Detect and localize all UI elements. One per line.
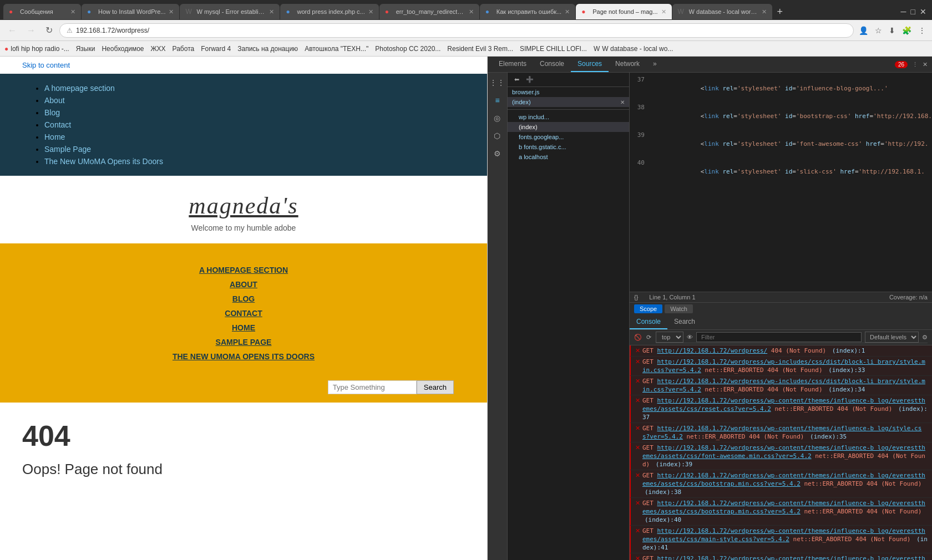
extensions-icon[interactable]: 🧩 (900, 25, 913, 36)
devtools-sidebar-icon-3[interactable]: ◎ (492, 113, 503, 124)
bookmark-3[interactable]: Необходимое (102, 45, 144, 53)
bookmark-9[interactable]: Photoshop CC 2020... (375, 45, 440, 53)
file-sub-5[interactable]: a localhost (508, 152, 629, 162)
tab-close-7[interactable]: ✕ (661, 8, 666, 16)
file-ref-2[interactable]: (index):33 (828, 366, 865, 374)
bookmark-8[interactable]: Автошкола "ТЕХН..." (305, 45, 368, 53)
forward-button[interactable]: → (23, 24, 39, 37)
tab-close-2[interactable]: ✕ (169, 8, 174, 16)
tab-8[interactable]: W W database - local wordp... ✕ (672, 4, 772, 19)
yellow-nav-link-4[interactable]: CONTACT (225, 309, 262, 318)
close-window-icon[interactable]: ✕ (920, 7, 926, 16)
error-url-1[interactable]: http://192.168.1.72/wordpress/ (657, 347, 767, 354)
yellow-nav-link-2[interactable]: ABOUT (230, 280, 257, 289)
sources-code-area[interactable]: 37 <link rel='stylesheet' id='influence-… (630, 73, 932, 292)
error-url-10[interactable]: http://192.168.1.72/wordpress/wp-content… (642, 555, 925, 560)
download-icon[interactable]: ⬇ (887, 25, 897, 36)
default-levels-dropdown[interactable]: Default levels (865, 332, 919, 343)
console-settings-icon[interactable]: ⚙ (922, 334, 928, 341)
file-browser-js[interactable]: browser.js (508, 87, 629, 97)
bookmark-11[interactable]: SIMPLE CHILL LOFI... (520, 45, 587, 53)
tab-4[interactable]: ● word press index.php c... ✕ (280, 4, 378, 19)
back-button[interactable]: ← (4, 24, 20, 37)
file-sub-3[interactable]: fonts.googleap... (508, 132, 629, 142)
tab-close-3[interactable]: ✕ (269, 8, 274, 16)
profile-icon[interactable]: 👤 (857, 25, 870, 36)
yellow-nav-link-1[interactable]: A HOMEPAGE SECTION (199, 266, 288, 274)
devtools-left-btn-1[interactable]: ⬅ (512, 75, 521, 84)
nav-link-1[interactable]: A homepage section (44, 84, 115, 93)
error-url-9[interactable]: http://192.168.1.72/wordpress/wp-content… (642, 527, 925, 543)
bookmark-10[interactable]: Resident Evil 3 Rem... (447, 45, 513, 53)
file-sub-4[interactable]: b fonts.gstatic.c... (508, 142, 629, 152)
tab-close-6[interactable]: ✕ (565, 8, 570, 16)
console-filter-input[interactable] (696, 332, 862, 342)
yellow-nav-link-3[interactable]: BLOG (232, 294, 255, 303)
yellow-nav-link-5[interactable]: HOME (232, 323, 255, 332)
tab-close-5[interactable]: ✕ (469, 8, 474, 16)
error-url-4[interactable]: http://192.168.1.72/wordpress/wp-content… (642, 397, 925, 413)
devtools-sidebar-icon-2[interactable]: ≡ (492, 95, 503, 106)
bookmark-5[interactable]: Работа (173, 45, 195, 53)
nav-link-4[interactable]: Contact (44, 120, 71, 129)
devtools-sidebar-icon-1[interactable]: ⋮⋮ (492, 77, 503, 88)
error-url-2[interactable]: http://192.168.1.72/wordpress/wp-include… (642, 358, 925, 374)
skip-to-content-link[interactable]: Skip to content (0, 57, 487, 74)
maximize-icon[interactable]: □ (911, 7, 915, 16)
file-sub-1[interactable]: wp includ... (508, 112, 629, 122)
file-ref-6[interactable]: (index):39 (656, 461, 692, 468)
context-dropdown[interactable]: top (656, 332, 683, 343)
bookmark-7[interactable]: Запись на донацию (237, 45, 298, 53)
devtools-sidebar-icon-5[interactable]: ⚙ (492, 148, 503, 159)
watch-button[interactable]: Watch (665, 304, 693, 313)
error-url-7[interactable]: http://192.168.1.72/wordpress/wp-content… (642, 472, 925, 487)
file-ref-5[interactable]: (index):35 (810, 433, 847, 440)
minimize-icon[interactable]: ─ (901, 7, 906, 16)
error-url-3[interactable]: http://192.168.1.72/wordpress/wp-include… (642, 378, 925, 393)
bookmark-12[interactable]: W W database - local wo... (594, 45, 673, 53)
bookmark-1[interactable]: ● lofi hip hop radio -... (4, 45, 69, 53)
refresh-button[interactable]: ↻ (42, 24, 56, 37)
search-input[interactable] (328, 380, 417, 394)
nav-link-3[interactable]: Blog (44, 108, 60, 117)
file-sub-2[interactable]: (index) (508, 122, 629, 132)
file-ref-3[interactable]: (index):34 (828, 386, 865, 393)
new-tab-button[interactable]: + (773, 6, 788, 18)
tab-1[interactable]: ● Сообщения ✕ (3, 4, 81, 19)
star-icon[interactable]: ☆ (873, 25, 884, 36)
file-close-icon[interactable]: ✕ (620, 99, 625, 105)
file-ref-8[interactable]: (index):40 (645, 516, 681, 523)
console-tab-search[interactable]: Search (667, 315, 702, 329)
bookmark-4[interactable]: ЖХХ (150, 45, 165, 53)
devtools-tab-network[interactable]: Network (609, 57, 646, 72)
console-tab-console[interactable]: Console (630, 315, 667, 329)
file-ref-7[interactable]: (index):38 (645, 488, 681, 496)
tab-6[interactable]: ● Как исправить ошибк... ✕ (480, 4, 575, 19)
scope-button[interactable]: Scope (634, 304, 662, 313)
file-index[interactable]: (index) ✕ (508, 97, 629, 107)
yellow-nav-link-6[interactable]: SAMPLE PAGE (216, 338, 272, 347)
devtools-tab-sources[interactable]: Sources (571, 57, 609, 72)
yellow-nav-link-7[interactable]: THE NEW UMOMA OPENS ITS DOORS (173, 352, 315, 361)
bookmark-6[interactable]: Forward 4 (201, 45, 231, 53)
search-button[interactable]: Search (417, 380, 454, 394)
address-bar[interactable]: ⚠ 192.168.1.72/wordpress/ (59, 23, 854, 38)
nav-link-6[interactable]: Sample Page (44, 145, 91, 154)
devtools-sidebar-icon-4[interactable]: ⬡ (492, 130, 503, 141)
nav-link-2[interactable]: About (44, 96, 65, 105)
tab-5[interactable]: ● err_too_many_redirects... ✕ (379, 4, 479, 19)
tab-close-1[interactable]: ✕ (70, 8, 75, 16)
nav-link-7[interactable]: The New UMoMA Opens its Doors (44, 157, 163, 166)
devtools-tab-elements[interactable]: Elements (492, 57, 533, 72)
devtools-tab-more[interactable]: » (646, 57, 663, 72)
tab-close-8[interactable]: ✕ (762, 8, 767, 16)
error-url-6[interactable]: http://192.168.1.72/wordpress/wp-content… (642, 444, 925, 460)
file-ref-1[interactable]: (index):1 (832, 347, 865, 354)
tab-7[interactable]: ● Page not found – mag... ✕ (576, 4, 671, 19)
tab-close-4[interactable]: ✕ (368, 8, 373, 16)
tab-3[interactable]: W W mysql - Error establishi... ✕ (180, 4, 280, 19)
console-clear-icon[interactable]: 🚫 (634, 334, 642, 341)
eye-icon[interactable]: 👁 (687, 334, 693, 340)
console-context-icon[interactable]: ⟳ (646, 334, 651, 341)
error-url-5[interactable]: http://192.168.1.72/wordpress/wp-content… (642, 425, 921, 440)
